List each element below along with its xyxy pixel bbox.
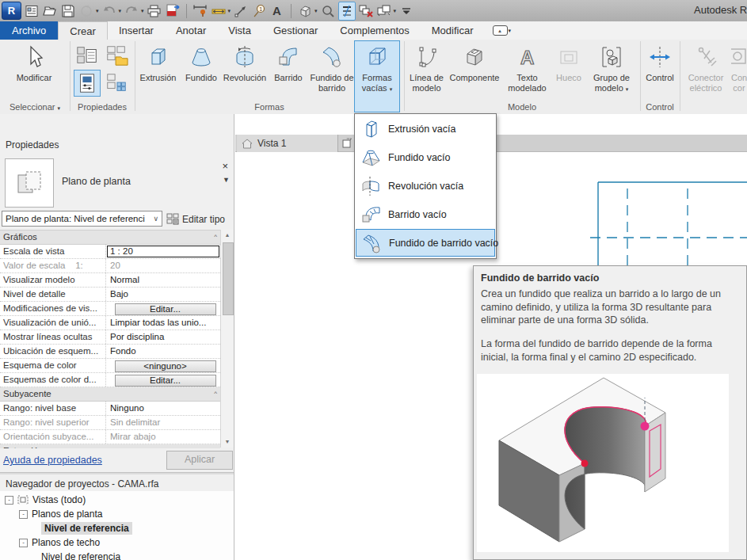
- export-pdf-icon[interactable]: [165, 2, 181, 20]
- editar-button[interactable]: Editar...: [115, 375, 216, 387]
- default-3d-view-icon[interactable]: [297, 2, 313, 20]
- undo-dropdown-icon[interactable]: ▾: [119, 8, 122, 14]
- tag-icon[interactable]: 1: [251, 2, 267, 20]
- visualizacion-uniones-value[interactable]: Limpiar todas las unio...: [106, 316, 220, 330]
- scroll-up-icon[interactable]: ▲: [221, 230, 234, 241]
- sync-dropdown-icon[interactable]: ▾: [96, 8, 99, 14]
- menu-item-extrusion-vacia[interactable]: Extrusión vacía: [356, 115, 495, 143]
- tooltip-title: Fundido de barrido vacío: [481, 272, 599, 284]
- sweep-icon: [276, 44, 301, 70]
- views-icon: [17, 495, 29, 505]
- apply-button[interactable]: Aplicar: [166, 451, 233, 470]
- text-icon[interactable]: A: [269, 2, 285, 20]
- redo-dropdown-icon[interactable]: ▾: [141, 8, 144, 14]
- redo-icon[interactable]: [124, 2, 139, 20]
- tab-modificar[interactable]: Modificar: [421, 21, 485, 40]
- escala-de-vista-value[interactable]: 1 : 20: [106, 245, 220, 258]
- scroll-down-icon[interactable]: ▼: [221, 436, 234, 448]
- open-icon[interactable]: [42, 2, 58, 20]
- type-selector-dropdown-icon[interactable]: ▼: [223, 176, 230, 184]
- tree-item-vistas[interactable]: Vistas (todo): [5, 493, 86, 507]
- blend-icon: [189, 44, 214, 70]
- section-icon[interactable]: [320, 2, 336, 20]
- close-hidden-windows-icon[interactable]: [358, 2, 374, 20]
- panel-label-seleccionar[interactable]: Seleccionar ▾: [0, 101, 70, 113]
- dimension-dropdown-icon[interactable]: ▾: [228, 8, 231, 14]
- thin-lines-icon[interactable]: [338, 2, 356, 21]
- family-category-icon[interactable]: [103, 70, 130, 97]
- menu-item-barrido-vacio[interactable]: Barrido vacío: [356, 200, 495, 228]
- visualizar-modelo-value[interactable]: Normal: [106, 273, 220, 287]
- rango-nivel-base-value[interactable]: Ninguno: [106, 402, 220, 415]
- switch-windows-dropdown-icon[interactable]: ▾: [394, 8, 397, 14]
- scroll-thumb[interactable]: [223, 242, 234, 315]
- property-row-visualizacion-uniones: Visualización de unió... Limpiar todas l…: [0, 316, 220, 330]
- menu-item-fundido-de-barrido-vacio[interactable]: Fundido de barrido vacío: [356, 229, 495, 257]
- void-swept-blend-icon: [360, 232, 383, 254]
- section-header-extension[interactable]: Extensión^: [0, 444, 220, 448]
- tooltip-panel: Fundido de barrido vacío Crea un fundido…: [473, 265, 747, 560]
- panel-label-formas: Formas: [135, 101, 404, 113]
- property-grid: Gráficos^ Escala de vista 1 : 20 Valor d…: [0, 230, 220, 448]
- tree-item-planos-de-planta[interactable]: Planos de planta: [19, 507, 102, 521]
- ubicacion-esquema-value[interactable]: Fondo: [106, 345, 220, 358]
- panel-label-control: Control: [640, 101, 680, 113]
- nivel-de-detalle-value[interactable]: Bajo: [106, 288, 220, 301]
- tab-crear[interactable]: Crear: [58, 21, 108, 40]
- house-icon: [242, 139, 253, 149]
- model-text-icon: A: [515, 44, 540, 70]
- section-header-graficos[interactable]: Gráficos^: [0, 230, 220, 245]
- sync-icon[interactable]: [78, 2, 94, 20]
- undo-icon[interactable]: [101, 2, 117, 20]
- collapse-icon[interactable]: [19, 539, 28, 547]
- instance-selector-combo[interactable]: Plano de planta: Nivel de referenci∨: [2, 211, 162, 227]
- tab-complementos[interactable]: Complementos: [329, 21, 420, 40]
- properties-help-link[interactable]: Ayuda de propiedades: [3, 455, 102, 466]
- modify-line-icon[interactable]: [233, 2, 249, 20]
- switch-windows-icon[interactable]: [376, 2, 392, 20]
- menu-item-fundido-vacio[interactable]: Fundido vacío: [356, 143, 495, 171]
- measure-icon[interactable]: [192, 2, 208, 20]
- load-family-icon[interactable]: [103, 42, 130, 69]
- mostrar-lineas-ocultas-value[interactable]: Por disciplina: [106, 330, 220, 344]
- properties-window-icon[interactable]: [24, 2, 40, 20]
- customize-quick-access-icon[interactable]: [398, 2, 414, 20]
- tab-vista[interactable]: Vista: [217, 21, 262, 40]
- new-view-tab-icon[interactable]: [341, 137, 354, 149]
- ribbon-button-conector-clipped[interactable]: Con cor: [731, 41, 747, 111]
- tree-item-planos-de-techo[interactable]: Planos de techo: [19, 535, 100, 550]
- close-icon[interactable]: ×: [222, 162, 228, 171]
- family-types-icon[interactable]: [74, 42, 101, 69]
- print-icon[interactable]: [147, 2, 162, 20]
- tab-insertar[interactable]: Insertar: [108, 21, 165, 40]
- tab-archivo[interactable]: Archivo: [0, 21, 58, 40]
- tab-anotar[interactable]: Anotar: [165, 21, 217, 40]
- ninguno-button[interactable]: <ninguno>: [115, 360, 216, 372]
- connector-icon: [731, 44, 747, 70]
- aligned-dimension-icon[interactable]: [211, 2, 227, 20]
- save-icon[interactable]: [60, 2, 76, 20]
- menu-item-revolucion-vacia[interactable]: Revolución vacía: [356, 172, 495, 200]
- collapse-icon[interactable]: [5, 496, 13, 505]
- ribbon-display-toggle[interactable]: ▲▾: [493, 21, 512, 40]
- edit-type-button[interactable]: Editar tipo: [166, 211, 234, 227]
- properties-palette-icon[interactable]: [74, 70, 101, 97]
- ribbon-button-conector-electrico[interactable]: Conector eléctrico: [681, 41, 730, 111]
- svg-text:A: A: [273, 4, 281, 17]
- tree-item-nivel-de-referencia[interactable]: Nivel de referencia: [41, 521, 132, 535]
- window-title: Autodesk R: [694, 4, 747, 16]
- panel-label-propiedades: Propiedades: [70, 101, 135, 113]
- section-header-subyacente[interactable]: Subyacente^: [0, 387, 220, 402]
- tab-gestionar[interactable]: Gestionar: [262, 21, 329, 40]
- panel-divider: [680, 41, 680, 111]
- view-tab-vista-1[interactable]: Vista 1: [237, 135, 338, 152]
- collapse-icon[interactable]: [19, 510, 28, 519]
- revit-logo-icon[interactable]: R: [2, 2, 21, 20]
- panel-label-modelo: Modelo: [404, 101, 640, 113]
- type-preview[interactable]: [5, 158, 54, 208]
- property-row-escala-de-vista: Escala de vista 1 : 20: [0, 245, 220, 259]
- 3d-view-dropdown-icon[interactable]: ▾: [314, 8, 318, 14]
- tree-item-nivel-de-referencia-techo[interactable]: Nivel de referencia: [41, 550, 120, 560]
- properties-scrollbar[interactable]: ▲ ▼: [220, 230, 234, 448]
- editar-button[interactable]: Editar...: [115, 303, 216, 315]
